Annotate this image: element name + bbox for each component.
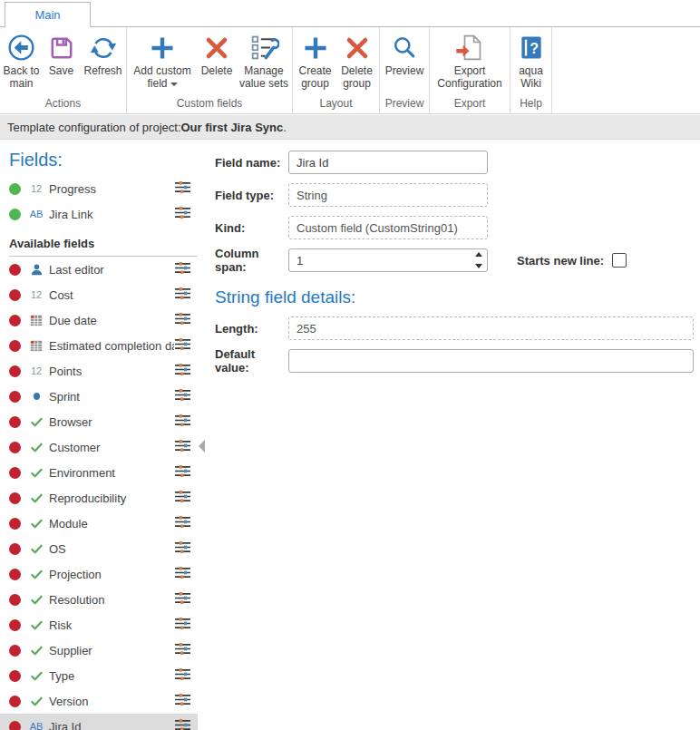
field-settings-icon[interactable]: [174, 464, 192, 482]
status-dot-red-icon: [9, 645, 21, 657]
field-settings-icon[interactable]: [174, 206, 192, 223]
field-settings-icon[interactable]: [174, 515, 192, 532]
length-input: [288, 316, 694, 340]
spin-up-button[interactable]: [475, 252, 482, 257]
status-dot-red-icon: [9, 569, 21, 580]
field-settings-icon[interactable]: [174, 261, 192, 278]
add-custom-field-label: Add custom field: [133, 64, 190, 90]
ribbon-group-layout: Create group Delete group Layout: [293, 27, 380, 113]
check-type-icon: [25, 644, 47, 657]
field-type-label: Field type:: [215, 189, 288, 202]
text-type-icon: AB: [25, 721, 47, 730]
check-type-icon: [25, 669, 47, 683]
field-row-type[interactable]: Type: [0, 663, 198, 688]
field-settings-icon[interactable]: [174, 540, 192, 558]
field-settings-icon[interactable]: [174, 180, 192, 198]
field-settings-icon[interactable]: [174, 388, 192, 405]
check-type-icon: [25, 593, 47, 607]
field-settings-icon[interactable]: [174, 642, 192, 659]
field-settings-icon[interactable]: [174, 617, 192, 634]
magnifier-icon: [390, 31, 419, 64]
field-row-estimated-completion-date[interactable]: Estimated completion dat: [0, 333, 198, 358]
tab-strip: Main: [0, 0, 700, 27]
create-group-button[interactable]: Create group: [295, 30, 336, 91]
field-settings-icon[interactable]: [174, 591, 192, 608]
refresh-label: Refresh: [83, 64, 122, 77]
preview-label: Preview: [385, 64, 424, 77]
field-row-customer[interactable]: Customer: [0, 434, 198, 460]
text-type-icon: AB: [25, 209, 47, 219]
status-dot-red-icon: [9, 518, 21, 530]
field-settings-icon[interactable]: [174, 693, 192, 710]
add-custom-field-button[interactable]: Add custom field: [127, 30, 198, 91]
length-label: Length:: [215, 322, 288, 336]
group-label-preview: Preview: [380, 97, 429, 113]
field-settings-icon[interactable]: [174, 566, 192, 583]
delete-button[interactable]: Delete: [198, 30, 236, 77]
field-row-module[interactable]: Module: [0, 511, 198, 536]
starts-new-line-checkbox[interactable]: [612, 253, 627, 268]
field-row-jira-link[interactable]: AB Jira Link: [0, 201, 198, 227]
preview-button[interactable]: Preview: [381, 30, 428, 77]
user-type-icon: [25, 263, 47, 277]
field-row-due-date[interactable]: Due date: [0, 307, 198, 333]
template-config-suffix: .: [283, 121, 287, 134]
status-dot-green-icon: [9, 209, 21, 220]
field-row-sprint[interactable]: Sprint: [0, 384, 198, 409]
field-row-last-editor[interactable]: Last editor: [0, 257, 198, 282]
column-span-input[interactable]: [288, 248, 488, 272]
check-type-icon: [25, 415, 47, 429]
field-settings-icon[interactable]: [174, 312, 192, 329]
tab-main[interactable]: Main: [5, 2, 91, 27]
plus-icon: [301, 31, 330, 64]
field-row-cost[interactable]: 12 Cost: [0, 282, 198, 307]
number-type-icon: 12: [25, 289, 47, 300]
field-settings-icon[interactable]: [174, 363, 192, 380]
field-settings-icon[interactable]: [174, 414, 192, 431]
field-row-os[interactable]: OS: [0, 536, 198, 561]
kind-input: [288, 216, 488, 239]
field-row-points[interactable]: 12 Points: [0, 358, 198, 384]
column-span-label: Column span:: [215, 247, 288, 274]
plus-icon: [148, 31, 177, 64]
ribbon-filler: [552, 27, 700, 113]
spin-down-button[interactable]: [475, 264, 482, 268]
refresh-button[interactable]: Refresh: [81, 30, 126, 77]
field-row-risk[interactable]: Risk: [0, 612, 198, 638]
status-dot-red-icon: [9, 543, 21, 555]
ribbon: Back to main Save Refresh Actions: [0, 27, 700, 114]
field-row-projection[interactable]: Projection: [0, 561, 198, 587]
field-settings-icon[interactable]: [174, 718, 192, 730]
field-name-input[interactable]: [288, 151, 488, 174]
back-to-main-button[interactable]: Back to main: [1, 30, 43, 91]
template-config-bar: Template configuration of project: Our f…: [0, 115, 700, 140]
default-value-input[interactable]: [288, 349, 694, 373]
field-row-progress[interactable]: 12 Progress: [0, 176, 198, 201]
field-row-supplier[interactable]: Supplier: [0, 638, 198, 663]
group-label-layout: Layout: [293, 97, 379, 113]
field-row-environment[interactable]: Environment: [0, 460, 198, 485]
manage-value-sets-button[interactable]: Manage value sets: [236, 30, 292, 91]
field-settings-icon[interactable]: [174, 439, 192, 456]
save-button[interactable]: Save: [43, 30, 81, 77]
check-type-icon: [25, 568, 47, 581]
field-settings-icon[interactable]: [174, 337, 192, 355]
export-document-icon: [452, 31, 487, 64]
field-settings-icon[interactable]: [174, 490, 192, 507]
field-row-browser[interactable]: Browser: [0, 409, 198, 434]
field-row-jira-id[interactable]: AB Jira Id: [0, 714, 198, 730]
aqua-wiki-button[interactable]: ? aqua Wiki: [511, 30, 551, 91]
field-row-resolution[interactable]: Resolution: [0, 587, 198, 612]
field-settings-icon[interactable]: [174, 667, 192, 685]
calendar-type-icon: [25, 314, 47, 326]
check-type-icon: [25, 542, 47, 556]
field-row-version[interactable]: Version: [0, 688, 198, 714]
field-settings-icon[interactable]: [174, 287, 192, 304]
group-label-export: Export: [430, 97, 510, 113]
field-row-reproducibility[interactable]: Reproducibility: [0, 485, 198, 511]
export-configuration-button[interactable]: Export Configuration: [431, 30, 509, 91]
delete-group-button[interactable]: Delete group: [336, 30, 378, 91]
check-type-icon: [25, 517, 47, 530]
status-dot-green-icon: [9, 183, 21, 195]
sidebar-collapse-arrow[interactable]: [199, 440, 205, 453]
